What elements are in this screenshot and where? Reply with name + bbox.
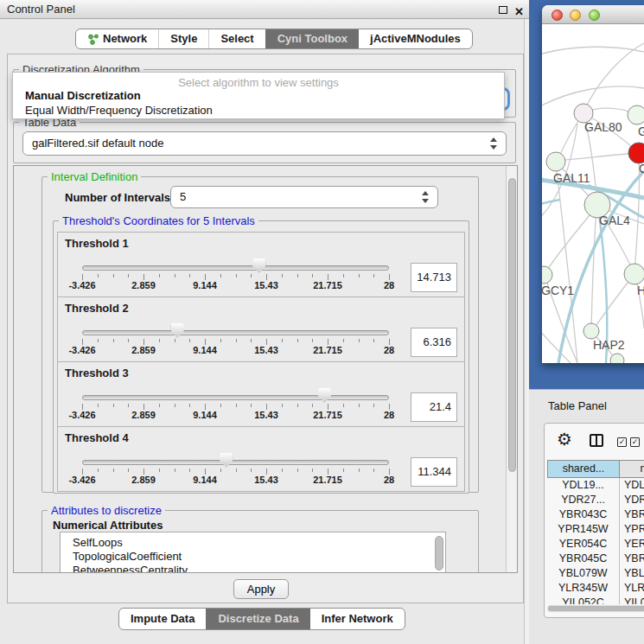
cell-name[interactable]: YER0: [620, 537, 644, 552]
table-row[interactable]: YER054CYER0: [547, 537, 644, 552]
cell-shared-name[interactable]: YER054C: [547, 537, 620, 552]
threshold-value-field[interactable]: 6.316: [411, 328, 457, 357]
tab-discretize-data[interactable]: Discretize Data: [206, 609, 309, 629]
slider-track[interactable]: [82, 265, 389, 271]
dropdown-option-equal-width[interactable]: Equal Width/Frequency Discretization: [13, 103, 504, 118]
tab-infer-network[interactable]: Infer Network: [310, 609, 405, 629]
cell-name[interactable]: YBL0: [620, 566, 644, 581]
slider-tick: [359, 274, 360, 277]
checkbox-icon[interactable]: ✓: [617, 437, 627, 447]
cell-shared-name[interactable]: YBR043C: [547, 507, 620, 522]
list-scrollbar[interactable]: [435, 536, 443, 571]
slider-tick: [98, 404, 99, 407]
cell-shared-name[interactable]: YDL19...: [547, 478, 620, 493]
numerical-attributes-list[interactable]: SelfLoopsTopologicalCoefficientBetweenne…: [60, 532, 446, 573]
minimize-traffic-light[interactable]: [570, 10, 581, 21]
slider-track[interactable]: [82, 395, 389, 400]
table-row[interactable]: YBR043CYBR0: [547, 507, 644, 522]
slider-thumb[interactable]: [318, 388, 331, 403]
tab-network[interactable]: Network: [76, 29, 158, 48]
vertical-scrollbar-thumb[interactable]: [508, 178, 516, 472]
cell-name[interactable]: YLR3: [620, 581, 644, 596]
table-data-combobox[interactable]: galFiltered.sif default node: [22, 131, 507, 156]
threshold-value-field[interactable]: 21.4: [411, 392, 457, 422]
cell-name[interactable]: YDL1: [620, 478, 644, 493]
columns-icon[interactable]: [590, 434, 603, 447]
attribute-item-selfloops[interactable]: SelfLoops: [61, 536, 445, 550]
slider-thumb[interactable]: [171, 323, 184, 338]
slider-tick-label: -3.426: [56, 280, 108, 290]
horizontal-scrollbar[interactable]: [547, 605, 644, 612]
tab-cyni-toolbox[interactable]: Cyni Toolbox: [265, 29, 359, 48]
slider-tick-label: 9.144: [179, 475, 231, 485]
slider-tick: [343, 469, 344, 472]
close-traffic-light[interactable]: [552, 10, 563, 21]
slider-tick: [297, 469, 298, 472]
horizontal-scrollbar-thumb[interactable]: [548, 606, 644, 611]
tab-style[interactable]: Style: [158, 29, 208, 48]
apply-button[interactable]: Apply: [233, 579, 289, 599]
attribute-item-topologicalcoefficient[interactable]: TopologicalCoefficient: [61, 550, 445, 564]
column-header-shared-name[interactable]: shared...: [547, 460, 620, 478]
slider-tick: [359, 404, 360, 407]
tab-select[interactable]: Select: [208, 29, 265, 48]
table-row[interactable]: YIL052CYIL0: [547, 596, 644, 604]
slider-tick: [266, 274, 267, 280]
network-node[interactable]: [583, 323, 599, 339]
attribute-item-betweennesscentrality[interactable]: BetweennessCentrality: [61, 564, 445, 573]
slider-track[interactable]: [82, 460, 389, 465]
node-label-c: C: [639, 162, 644, 175]
slider-tick-label: 21.715: [302, 280, 354, 290]
number-of-intervals-combobox[interactable]: 5: [170, 186, 438, 208]
slider-track[interactable]: [82, 330, 389, 335]
threshold-row-threshold-3: Threshold 3-3.4262.8599.14415.4321.71528…: [57, 361, 465, 427]
network-node[interactable]: [546, 152, 565, 171]
threshold-row-threshold-1: Threshold 1-3.4262.8599.14415.4321.71528…: [57, 232, 465, 297]
cell-shared-name[interactable]: YDR27...: [547, 493, 620, 507]
slider-tick: [189, 469, 190, 472]
checkbox-icon[interactable]: ✓: [630, 437, 640, 447]
threshold-label: Threshold 2: [65, 302, 129, 315]
slider-tick-label: 2.859: [118, 280, 169, 290]
network-node[interactable]: [628, 105, 644, 124]
table-row[interactable]: YPR145WYPR1: [547, 522, 644, 537]
cell-name[interactable]: YBR0: [620, 552, 644, 566]
network-node[interactable]: [624, 264, 644, 284]
tab-impute-data[interactable]: Impute Data: [119, 609, 206, 629]
slider-thumb[interactable]: [220, 453, 233, 468]
tab-jactivemnodules[interactable]: jActiveMNodules: [359, 29, 472, 48]
cell-shared-name[interactable]: YBR045C: [547, 552, 620, 566]
cell-shared-name[interactable]: YPR145W: [547, 522, 620, 537]
cell-name[interactable]: YIL0: [620, 596, 644, 604]
column-header-name[interactable]: na: [620, 460, 644, 478]
cell-name[interactable]: YPR1: [620, 522, 644, 537]
threshold-value-field[interactable]: 14.713: [411, 263, 457, 292]
combo-stepper-icon[interactable]: [422, 191, 430, 203]
network-window-titlebar: [542, 5, 644, 24]
zoom-traffic-light[interactable]: [589, 10, 600, 21]
table-row[interactable]: YBL079WYBL0: [547, 566, 644, 581]
dropdown-option-manual[interactable]: Manual Discretization: [13, 88, 504, 103]
network-node[interactable]: [542, 266, 552, 284]
cell-shared-name[interactable]: YIL052C: [547, 596, 620, 604]
combo-stepper-icon[interactable]: [490, 137, 498, 150]
network-node[interactable]: [610, 354, 624, 363]
table-row[interactable]: YBR045CYBR0: [547, 552, 644, 566]
close-icon[interactable]: ✕: [514, 3, 524, 21]
vertical-scrollbar[interactable]: [506, 166, 517, 572]
cell-name[interactable]: YDR2: [620, 493, 644, 507]
network-canvas[interactable]: GAL80G.CGAL11GAL4GCY1HHAP2: [542, 24, 644, 363]
float-window-icon[interactable]: [499, 6, 507, 14]
slider-tick: [297, 274, 298, 277]
gear-icon[interactable]: ⚙: [557, 429, 572, 450]
cell-name[interactable]: YBR0: [620, 507, 644, 522]
table-row[interactable]: YDL19...YDL1: [547, 478, 644, 493]
slider-tick: [251, 404, 252, 407]
cell-shared-name[interactable]: YBL079W: [547, 566, 620, 581]
threshold-value-field[interactable]: 11.344: [411, 457, 457, 487]
table-row[interactable]: YLR345WYLR3: [547, 581, 644, 596]
table-row[interactable]: YDR27...YDR2: [547, 493, 644, 507]
slider-thumb[interactable]: [252, 258, 265, 273]
table-data-group: Table Data galFiltered.sif default node: [13, 122, 516, 163]
cell-shared-name[interactable]: YLR345W: [547, 581, 620, 596]
